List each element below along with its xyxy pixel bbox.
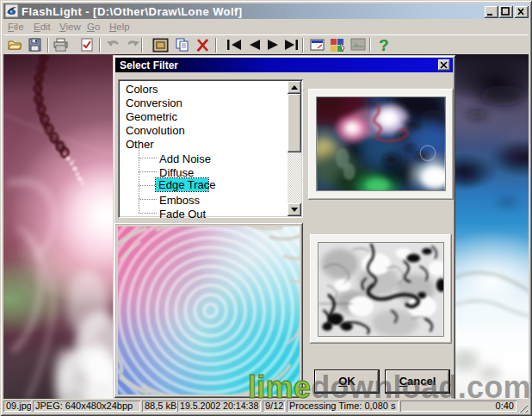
svg-text:?: ? bbox=[380, 38, 388, 53]
